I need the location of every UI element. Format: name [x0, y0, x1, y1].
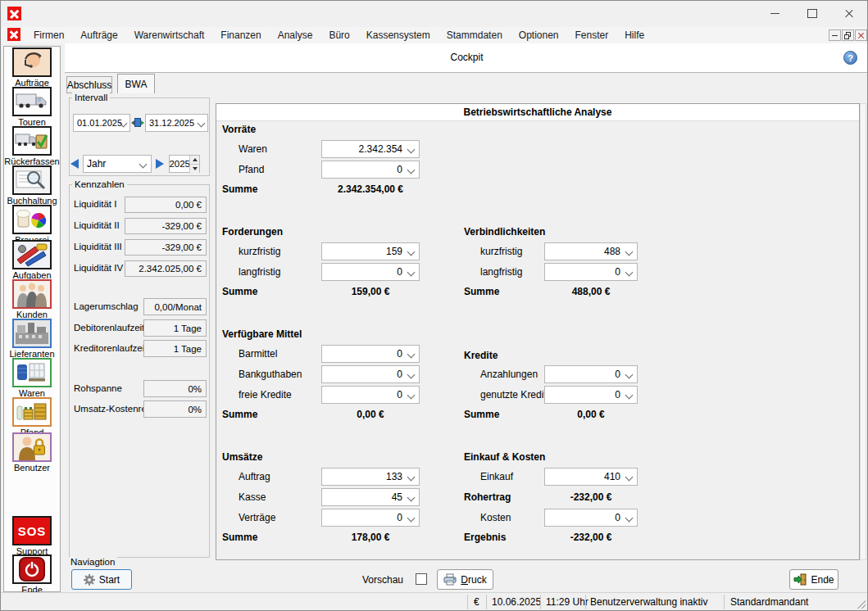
menu-fenster[interactable]: Fenster — [567, 29, 617, 41]
restore-icon — [844, 32, 852, 39]
chevron-down-icon — [625, 391, 634, 400]
liquiditaet1-field: 0,00 € — [125, 197, 207, 213]
rohertrag-label: Rohertrag — [464, 491, 511, 503]
vorschau-checkbox[interactable] — [416, 573, 427, 585]
chevron-down-icon — [625, 269, 634, 277]
user-lock-icon — [12, 432, 52, 462]
forderungen-langfristig-combo[interactable]: 0 — [321, 263, 420, 281]
mdi-minimize-button[interactable] — [829, 29, 841, 41]
kasse-label: Kasse — [239, 491, 266, 503]
menu-warenwirtschaft[interactable]: Warenwirtschaft — [126, 29, 213, 41]
spin-down-button[interactable] — [189, 164, 199, 173]
sidebar-item-ende[interactable]: Ende — [4, 554, 60, 595]
sidebar-item-aufgaben[interactable]: Aufgaben — [4, 240, 60, 280]
freie-kredite-combo[interactable]: 0 — [321, 386, 420, 404]
pfand-combo[interactable]: 0 — [321, 161, 420, 179]
menu-hilfe[interactable]: Hilfe — [616, 29, 652, 41]
date-to-combo[interactable]: 31.12.2025 — [145, 114, 208, 132]
lagerumschlag-label: Lagerumschlag — [74, 301, 139, 311]
verbindlichkeiten-langfristig-combo[interactable]: 0 — [544, 263, 638, 281]
menu-kassensystem[interactable]: Kassensystem — [358, 29, 439, 41]
mdi-restore-button[interactable] — [842, 29, 854, 41]
crates-icon — [12, 397, 52, 427]
sidebar-item-brauerei[interactable]: Brauerei — [4, 205, 60, 245]
window-titlebar — [1, 1, 867, 27]
verbindlichkeiten-title: Verbindlichkeiten — [464, 226, 545, 238]
genutzte-kredite-combo[interactable]: 0 — [544, 386, 638, 404]
window-minimize-button[interactable] — [756, 1, 793, 26]
menu-firmen[interactable]: Firmen — [25, 29, 72, 41]
mdi-close-button[interactable] — [855, 29, 867, 41]
resize-grip[interactable] — [857, 600, 866, 609]
menu-optionen[interactable]: Optionen — [511, 29, 567, 41]
close-icon — [844, 9, 854, 19]
waren-combo[interactable]: 2.342.354 — [321, 140, 420, 158]
barmittel-combo[interactable]: 0 — [321, 345, 420, 363]
spin-up-button[interactable] — [189, 156, 199, 164]
analysis-title: Betriebswirtschaftliche Analyse — [216, 104, 859, 120]
date-from-combo[interactable]: 01.01.2025 — [73, 114, 130, 132]
power-icon — [12, 554, 52, 584]
auftrag-combo[interactable]: 133 — [321, 468, 420, 486]
druck-button[interactable]: Druck — [437, 569, 493, 590]
container-icon — [12, 358, 52, 387]
kosten-combo[interactable]: 0 — [544, 509, 638, 527]
maximize-icon — [807, 9, 817, 18]
sidebar: Aufträge Touren Rückerfassen Buchhaltung — [3, 46, 61, 592]
rohspanne-field: 0% — [143, 380, 207, 397]
verbindlichkeiten-langfristig-label: langfristig — [480, 266, 522, 278]
status-benutzerverwaltung: Benutzerverwaltung inaktiv — [590, 596, 707, 608]
previous-period-arrow[interactable] — [70, 159, 79, 169]
beer-colorwheel-icon — [12, 205, 52, 234]
sidebar-item-waren[interactable]: Waren — [4, 358, 60, 398]
window-maximize-button[interactable] — [793, 1, 831, 26]
sidebar-item-benutzer[interactable]: Benutzer — [4, 432, 60, 473]
menu-auftraege[interactable]: Aufträge — [72, 29, 125, 41]
forderungen-kurzfristig-combo[interactable]: 159 — [321, 242, 420, 260]
menu-finanzen[interactable]: Finanzen — [212, 29, 269, 41]
status-mandant: Standardmandant — [730, 596, 808, 608]
menu-analyse[interactable]: Analyse — [270, 29, 321, 41]
vertical-scrollbar[interactable] — [860, 103, 866, 560]
ende-button[interactable]: Ende — [789, 569, 838, 590]
freie-kredite-label: freie Kredite — [239, 389, 292, 401]
chevron-down-icon — [407, 371, 416, 379]
sidebar-item-touren[interactable]: Touren — [4, 87, 60, 127]
tab-bwa[interactable]: BWA — [117, 74, 155, 93]
start-button[interactable]: Start — [71, 569, 132, 590]
help-icon[interactable]: ? — [843, 51, 857, 65]
sidebar-item-support[interactable]: SOS Support — [4, 516, 60, 556]
date-link-icon[interactable] — [131, 117, 144, 129]
waren-label: Waren — [239, 143, 267, 155]
bankguthaben-combo[interactable]: 0 — [321, 365, 420, 383]
chevron-down-icon — [625, 371, 634, 379]
year-spinner[interactable]: 2025 — [169, 155, 200, 173]
sidebar-item-pfand[interactable]: Pfand — [4, 397, 60, 437]
chevron-down-icon — [407, 248, 416, 256]
period-combo[interactable]: Jahr — [83, 155, 152, 173]
verfuegbare-mittel-summe-value: 0,00 € — [321, 409, 420, 420]
sidebar-item-auftraege[interactable]: Aufträge — [4, 48, 60, 88]
minimize-icon — [832, 35, 838, 36]
umsaetze-summe-label: Summe — [222, 532, 257, 543]
vorraete-summe-value: 2.342.354,00 € — [321, 183, 420, 195]
window-close-button[interactable] — [830, 1, 868, 26]
status-currency: € — [474, 596, 479, 608]
menu-logo-icon — [7, 28, 20, 41]
einkauf-combo[interactable]: 410 — [544, 468, 638, 486]
sidebar-item-lieferanten[interactable]: Lieferanten — [4, 319, 60, 359]
next-period-arrow[interactable] — [156, 159, 164, 169]
sidebar-item-kunden[interactable]: Kunden — [4, 279, 60, 319]
tab-abschluss[interactable]: Abschluss — [66, 76, 112, 93]
menu-stammdaten[interactable]: Stammdaten — [439, 29, 511, 41]
menu-buero[interactable]: Büro — [320, 29, 357, 41]
sidebar-item-rueckerfassen[interactable]: Rückerfassen — [4, 126, 60, 166]
verbindlichkeiten-kurzfristig-combo[interactable]: 488 — [544, 242, 638, 260]
chevron-down-icon — [407, 146, 416, 154]
kasse-combo[interactable]: 45 — [321, 488, 420, 506]
anzahlungen-combo[interactable]: 0 — [544, 365, 638, 383]
vorraete-summe-label: Summe — [222, 183, 257, 195]
vertraege-combo[interactable]: 0 — [321, 509, 420, 527]
vertraege-label: Verträge — [239, 512, 275, 523]
sidebar-item-buchhaltung[interactable]: Buchhaltung — [4, 165, 60, 206]
